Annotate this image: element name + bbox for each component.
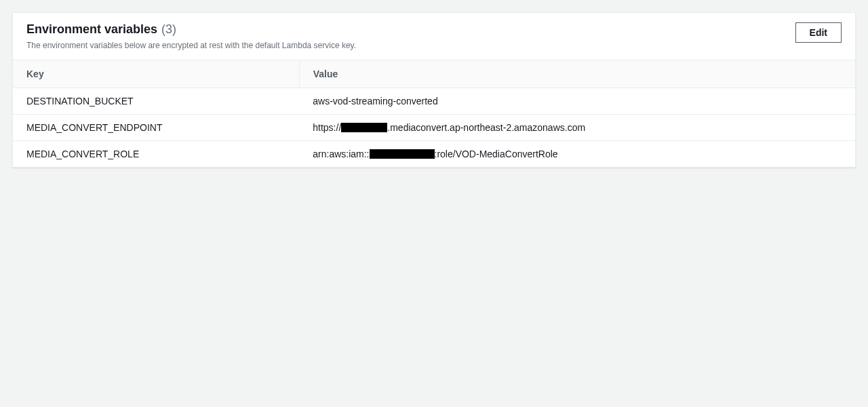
panel-title-block: Environment variables (3) The environmen…: [26, 22, 356, 50]
panel-header: Environment variables (3) The environmen…: [13, 13, 855, 60]
cell-key: MEDIA_CONVERT_ENDPOINT: [13, 115, 299, 141]
panel-subtitle: The environment variables below are encr…: [26, 41, 356, 50]
col-key: Key: [13, 60, 299, 88]
redacted-block: [370, 149, 435, 159]
panel-title-row: Environment variables (3): [26, 22, 356, 37]
value-pre: arn:aws:iam::: [313, 149, 369, 159]
cell-value: https://.mediaconvert.ap-northeast-2.ama…: [299, 115, 855, 141]
value-wrap: arn:aws:iam:::role/VOD-MediaConvertRole: [313, 149, 557, 159]
value-post: :role/VOD-MediaConvertRole: [435, 149, 558, 159]
cell-key: DESTINATION_BUCKET: [13, 88, 299, 115]
col-value: Value: [299, 60, 855, 88]
env-vars-table: Key Value DESTINATION_BUCKETaws-vod-stre…: [13, 60, 855, 167]
cell-value: aws-vod-streaming-converted: [299, 88, 855, 115]
panel-count: (3): [161, 22, 176, 37]
table-row: MEDIA_CONVERT_ROLEarn:aws:iam:::role/VOD…: [13, 141, 855, 168]
table-row: DESTINATION_BUCKETaws-vod-streaming-conv…: [13, 88, 855, 115]
cell-value: arn:aws:iam:::role/VOD-MediaConvertRole: [299, 141, 855, 168]
table-header-row: Key Value: [13, 60, 855, 88]
panel-title: Environment variables: [26, 22, 157, 37]
cell-key: MEDIA_CONVERT_ROLE: [13, 141, 299, 168]
env-vars-panel: Environment variables (3) The environmen…: [12, 12, 856, 168]
value-wrap: aws-vod-streaming-converted: [313, 96, 437, 106]
redacted-block: [341, 123, 387, 132]
value-pre: https://: [313, 122, 341, 133]
table-row: MEDIA_CONVERT_ENDPOINThttps://.mediaconv…: [13, 115, 855, 141]
value-pre: aws-vod-streaming-converted: [313, 96, 437, 106]
value-wrap: https://.mediaconvert.ap-northeast-2.ama…: [313, 122, 585, 133]
value-post: .mediaconvert.ap-northeast-2.amazonaws.c…: [387, 122, 585, 133]
edit-button[interactable]: Edit: [795, 22, 842, 43]
